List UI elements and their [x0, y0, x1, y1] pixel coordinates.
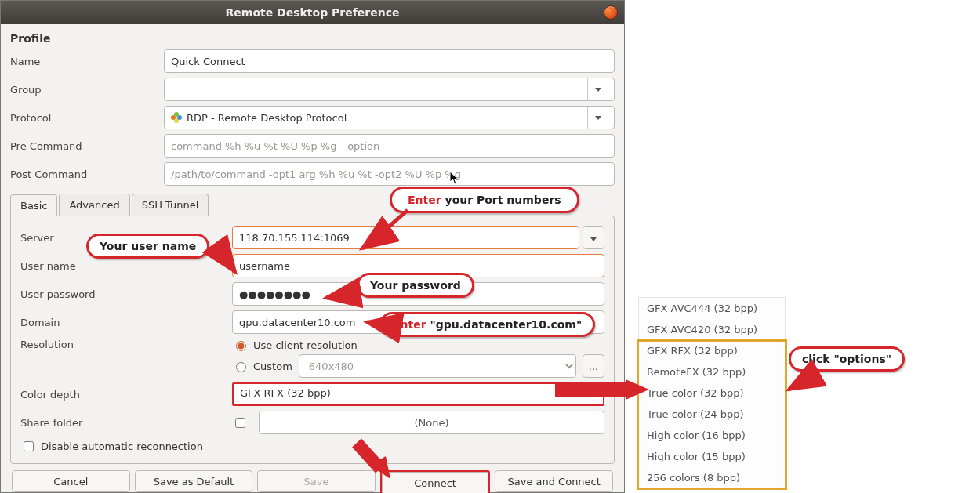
list-item[interactable]: GFX RFX (32 bpp): [639, 340, 785, 361]
share-folder-select[interactable]: (None): [259, 411, 604, 434]
name-input[interactable]: [164, 49, 615, 73]
resolution-custom-radio-input[interactable]: [236, 362, 246, 372]
post-command-input[interactable]: [164, 162, 615, 186]
protocol-value: RDP - Remote Desktop Protocol: [187, 112, 347, 124]
list-item[interactable]: 256 colors (8 bpp): [639, 467, 785, 488]
disable-reconnect-label: Disable automatic reconnection: [41, 440, 203, 452]
pre-command-label: Pre Command: [10, 140, 164, 152]
protocol-icon: [171, 112, 182, 123]
save-connect-button[interactable]: Save and Connect: [495, 470, 613, 492]
protocol-combo[interactable]: RDP - Remote Desktop Protocol: [164, 106, 615, 129]
resolution-client-label: Use client resolution: [253, 339, 358, 351]
resolution-client-radio-input[interactable]: [236, 341, 246, 351]
save-default-button[interactable]: Save as Default: [135, 470, 253, 492]
resolution-ellipsis-button[interactable]: …: [583, 354, 604, 378]
list-item[interactable]: High color (16 bpp): [639, 425, 785, 446]
list-item[interactable]: GFX AVC420 (32 bpp): [639, 319, 785, 340]
connect-highlight: Connect: [380, 470, 491, 493]
resolution-custom-select[interactable]: 640x480: [299, 354, 576, 378]
username-label: User name: [20, 260, 232, 272]
domain-label: Domain: [20, 317, 232, 328]
username-input[interactable]: [232, 254, 604, 277]
share-folder-label: Share folder: [20, 417, 232, 429]
share-folder-checkbox[interactable]: [235, 418, 245, 428]
chevron-down-icon: [590, 237, 597, 241]
post-command-label: Post Command: [10, 169, 164, 180]
resolution-custom-radio[interactable]: Custom: [232, 360, 292, 372]
protocol-dropdown-button[interactable]: [587, 107, 608, 129]
preference-window: Remote Desktop Preference Profile Name G…: [0, 0, 625, 493]
window-title: Remote Desktop Preference: [226, 6, 400, 19]
group-dropdown-button[interactable]: [587, 78, 608, 100]
password-label: User password: [20, 288, 232, 300]
tab-advanced[interactable]: Advanced: [59, 194, 129, 216]
domain-input[interactable]: [232, 310, 604, 334]
color-depth-options-list: GFX AVC444 (32 bpp) GFX AVC420 (32 bpp) …: [638, 297, 786, 489]
button-row: Cancel Save as Default Save Connect Save…: [10, 470, 615, 493]
tab-basic[interactable]: Basic: [10, 194, 57, 216]
resolution-custom-label: Custom: [253, 361, 292, 372]
group-label: Group: [10, 84, 164, 96]
chevron-down-icon: [595, 116, 601, 120]
basic-panel: Server User name User password Domain Re…: [10, 216, 615, 464]
name-label: Name: [10, 56, 164, 67]
chevron-down-icon: [595, 88, 601, 92]
profile-heading: Profile: [10, 32, 615, 45]
protocol-label: Protocol: [10, 112, 164, 124]
resolution-label: Resolution: [20, 339, 232, 350]
color-depth-select[interactable]: GFX RFX (32 bpp): [232, 382, 604, 406]
close-icon[interactable]: [604, 5, 618, 20]
titlebar: Remote Desktop Preference: [1, 1, 624, 24]
list-item[interactable]: True color (32 bpp): [639, 382, 785, 404]
resolution-client-radio[interactable]: Use client resolution: [232, 339, 604, 351]
connect-button[interactable]: Connect: [382, 472, 489, 493]
list-item[interactable]: RemoteFX (32 bpp): [639, 361, 785, 382]
list-item[interactable]: High color (15 bpp): [639, 446, 785, 467]
color-depth-label: Color depth: [20, 389, 232, 401]
server-label: Server: [20, 232, 232, 244]
tab-ssh-tunnel[interactable]: SSH Tunnel: [132, 194, 209, 216]
group-combo[interactable]: [164, 78, 615, 101]
mouse-cursor-icon: [449, 171, 460, 185]
disable-reconnect-checkbox[interactable]: [24, 441, 34, 451]
callout-options: click "options": [789, 346, 905, 372]
pre-command-input[interactable]: [164, 134, 615, 158]
list-item[interactable]: True color (24 bpp): [639, 404, 785, 425]
tabs: Basic Advanced SSH Tunnel: [10, 194, 615, 216]
password-input[interactable]: [232, 282, 604, 306]
list-item[interactable]: GFX AVC444 (32 bpp): [639, 298, 785, 319]
save-button[interactable]: Save: [257, 470, 376, 492]
server-input[interactable]: [232, 226, 579, 249]
cancel-button[interactable]: Cancel: [12, 470, 130, 492]
server-dropdown-button[interactable]: [583, 226, 604, 249]
